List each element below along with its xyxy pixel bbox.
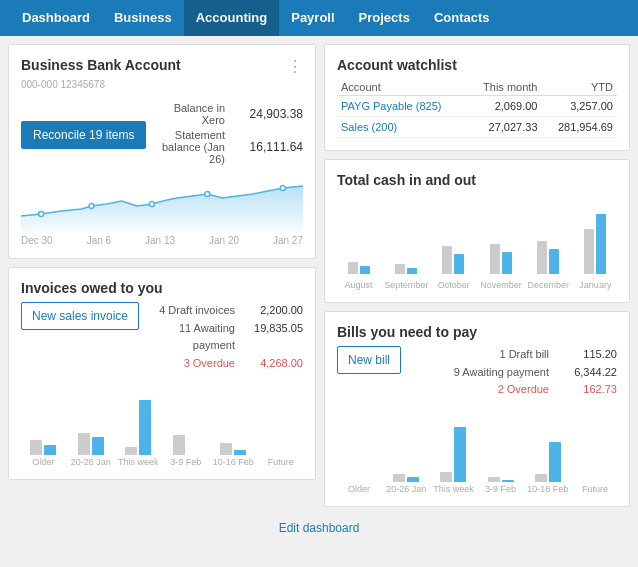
statement-balance-label: Statement balance (Jan 26) bbox=[158, 129, 225, 165]
watchlist-col-thismonth: This month bbox=[467, 79, 542, 96]
bank-account-card: Business Bank Account 000-000 12345678 ⋮… bbox=[8, 44, 316, 259]
cash-label-5: January bbox=[574, 280, 617, 290]
invoice-stat-overdue: 3 Overdue 4,268.00 bbox=[151, 355, 303, 373]
sparkline-label-2: Jan 13 bbox=[145, 235, 175, 246]
invoice-stat-awaiting-label: 11 Awaiting payment bbox=[151, 320, 235, 355]
nav-business[interactable]: Business bbox=[102, 0, 184, 36]
edit-dashboard-link[interactable]: Edit dashboard bbox=[0, 515, 638, 541]
invoice-stats: 4 Draft invoices 2,200.00 11 Awaiting pa… bbox=[151, 302, 303, 372]
invoice-bar-3feb bbox=[164, 390, 209, 455]
bill-bar-older bbox=[337, 417, 381, 482]
invoice-bar-label-3: 3-9 Feb bbox=[164, 457, 209, 467]
watchlist-col-account: Account bbox=[337, 79, 467, 96]
cash-bar-jan bbox=[574, 204, 617, 274]
invoice-stat-awaiting-value: 19,835.05 bbox=[243, 320, 303, 355]
bill-stats: 1 Draft bill 115.20 9 Awaiting payment 6… bbox=[413, 346, 617, 399]
bill-bar-jan bbox=[384, 417, 428, 482]
invoice-stat-awaiting: 11 Awaiting payment 19,835.05 bbox=[151, 320, 303, 355]
bill-bar-label-2: This week bbox=[431, 484, 475, 494]
more-options-icon[interactable]: ⋮ bbox=[287, 57, 303, 76]
nav-projects[interactable]: Projects bbox=[347, 0, 422, 36]
cash-bar-dec bbox=[526, 204, 569, 274]
invoice-bar-label-1: 20-26 Jan bbox=[69, 457, 114, 467]
watchlist-row-0: PAYG Payable (825) 2,069.00 3,257.00 bbox=[337, 96, 617, 117]
new-bill-button[interactable]: New bill bbox=[337, 346, 401, 374]
bill-stat-draft-label: 1 Draft bill bbox=[499, 346, 549, 364]
bills-card: Bills you need to pay New bill 1 Draft b… bbox=[324, 311, 630, 507]
invoice-stat-overdue-label: 3 Overdue bbox=[184, 355, 235, 373]
cash-label-2: October bbox=[432, 280, 475, 290]
bank-main-row: Reconcile 19 items Balance in Xero 24,90… bbox=[21, 102, 303, 168]
cash-bar-labels: August September October November Decemb… bbox=[337, 278, 617, 290]
svg-point-4 bbox=[280, 186, 285, 191]
left-column: Business Bank Account 000-000 12345678 ⋮… bbox=[8, 44, 316, 507]
sparkline-label-1: Jan 6 bbox=[87, 235, 111, 246]
svg-point-2 bbox=[149, 202, 154, 207]
bill-bar-label-4: 10-16 Feb bbox=[526, 484, 570, 494]
bill-stat-overdue-value: 162.73 bbox=[557, 381, 617, 399]
bill-bar-future bbox=[573, 417, 617, 482]
bill-stat-overdue-label: 2 Overdue bbox=[498, 381, 549, 399]
sparkline-chart bbox=[21, 176, 303, 231]
nav-dashboard[interactable]: Dashboard bbox=[10, 0, 102, 36]
nav-contacts[interactable]: Contacts bbox=[422, 0, 502, 36]
bill-bar-label-1: 20-26 Jan bbox=[384, 484, 428, 494]
invoices-title: Invoices owed to you bbox=[21, 280, 303, 296]
bill-bar-label-5: Future bbox=[573, 484, 617, 494]
watchlist-account-0[interactable]: PAYG Payable (825) bbox=[337, 96, 467, 117]
reconcile-button[interactable]: Reconcile 19 items bbox=[21, 121, 146, 149]
bill-stat-draft: 1 Draft bill 115.20 bbox=[413, 346, 617, 364]
bill-stat-awaiting-label: 9 Awaiting payment bbox=[454, 364, 549, 382]
watchlist-ytd-1: 281,954.69 bbox=[542, 117, 618, 138]
cash-bar-sep bbox=[384, 204, 427, 274]
watchlist-col-ytd: YTD bbox=[542, 79, 618, 96]
invoice-stat-draft-label: 4 Draft invoices bbox=[159, 302, 235, 320]
nav-payroll[interactable]: Payroll bbox=[279, 0, 346, 36]
invoice-stat-overdue-value: 4,268.00 bbox=[243, 355, 303, 373]
invoices-card: Invoices owed to you New sales invoice 4… bbox=[8, 267, 316, 480]
bills-title: Bills you need to pay bbox=[337, 324, 617, 340]
main-nav: Dashboard Business Accounting Payroll Pr… bbox=[0, 0, 638, 36]
invoice-stat-draft-value: 2,200.00 bbox=[243, 302, 303, 320]
bank-title-group: Business Bank Account 000-000 12345678 bbox=[21, 57, 181, 98]
cash-label-1: September bbox=[384, 280, 428, 290]
bill-stat-awaiting-value: 6,344.22 bbox=[557, 364, 617, 382]
watchlist-header-row: Account This month YTD bbox=[337, 79, 617, 96]
watchlist-thismonth-1: 27,027.33 bbox=[467, 117, 542, 138]
invoice-stat-draft: 4 Draft invoices 2,200.00 bbox=[151, 302, 303, 320]
watchlist-ytd-0: 3,257.00 bbox=[542, 96, 618, 117]
watchlist-account-1[interactable]: Sales (200) bbox=[337, 117, 467, 138]
cash-bar-oct bbox=[432, 204, 475, 274]
balance-in-xero-label: Balance in Xero bbox=[158, 102, 225, 126]
statement-balance-row: Statement balance (Jan 26) 16,111.64 bbox=[158, 129, 303, 165]
bank-account-header: Business Bank Account 000-000 12345678 ⋮ bbox=[21, 57, 303, 98]
svg-point-1 bbox=[89, 204, 94, 209]
invoice-bar-label-4: 10-16 Feb bbox=[211, 457, 256, 467]
invoices-header-row: New sales invoice 4 Draft invoices 2,200… bbox=[21, 302, 303, 372]
statement-balance-value: 16,111.64 bbox=[233, 140, 303, 154]
bill-bar-label-0: Older bbox=[337, 484, 381, 494]
watchlist-title: Account watchlist bbox=[337, 57, 617, 73]
watchlist-card: Account watchlist Account This month YTD… bbox=[324, 44, 630, 151]
invoice-bar-10feb bbox=[211, 390, 256, 455]
balance-in-xero-value: 24,903.38 bbox=[233, 107, 303, 121]
invoices-bar-chart: Older 20-26 Jan This week 3-9 Feb 10-16 … bbox=[21, 380, 303, 467]
invoice-bar-older bbox=[21, 390, 66, 455]
bills-bar-chart: Older 20-26 Jan This week 3-9 Feb 10-16 … bbox=[337, 407, 617, 494]
cash-label-0: August bbox=[337, 280, 380, 290]
sparkline-labels: Dec 30 Jan 6 Jan 13 Jan 20 Jan 27 bbox=[21, 235, 303, 246]
cash-bar-chart: August September October November Decemb… bbox=[337, 194, 617, 290]
bill-stat-awaiting: 9 Awaiting payment 6,344.22 bbox=[413, 364, 617, 382]
right-column: Account watchlist Account This month YTD… bbox=[324, 44, 630, 507]
bills-bar-labels: Older 20-26 Jan This week 3-9 Feb 10-16 … bbox=[337, 482, 617, 494]
bill-bar-10feb bbox=[526, 417, 570, 482]
svg-point-0 bbox=[39, 212, 44, 217]
invoice-bar-future bbox=[259, 390, 304, 455]
nav-accounting[interactable]: Accounting bbox=[184, 0, 280, 36]
cash-label-3: November bbox=[479, 280, 522, 290]
watchlist-table: Account This month YTD PAYG Payable (825… bbox=[337, 79, 617, 138]
bill-stat-draft-value: 115.20 bbox=[557, 346, 617, 364]
invoice-bar-jan bbox=[69, 390, 114, 455]
new-sales-invoice-button[interactable]: New sales invoice bbox=[21, 302, 139, 330]
svg-point-3 bbox=[205, 192, 210, 197]
